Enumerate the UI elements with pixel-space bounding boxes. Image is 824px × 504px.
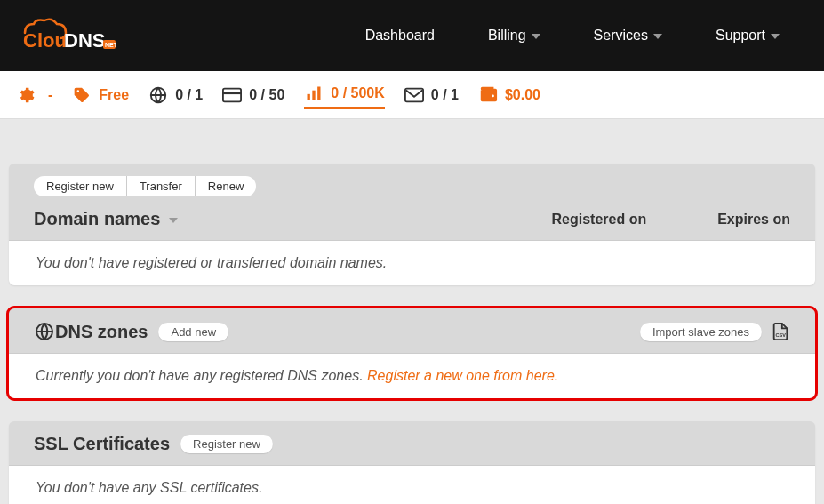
tab-register-new[interactable]: Register new: [34, 176, 127, 196]
chevron-down-icon: [653, 34, 662, 39]
svg-text:Clou: Clou: [23, 29, 67, 52]
nav-billing[interactable]: Billing: [488, 28, 540, 44]
nav-support[interactable]: Support: [716, 28, 780, 44]
domains-panel: Register new Transfer Renew Domain names…: [9, 164, 815, 285]
domains-title-text: Domain names: [34, 209, 160, 229]
wallet-icon: [478, 85, 498, 105]
nav-label: Dashboard: [365, 28, 435, 44]
chevron-down-icon: [532, 34, 540, 39]
nav-label: Billing: [488, 28, 526, 44]
records-value: 0 / 50: [249, 87, 284, 103]
svg-rect-10: [405, 88, 423, 101]
nav-label: Support: [716, 28, 765, 44]
chevron-down-icon: [771, 34, 780, 39]
nav-dashboard[interactable]: Dashboard: [365, 28, 435, 44]
gear-icon: [16, 85, 36, 105]
svg-rect-6: [223, 92, 241, 94]
dns-zones-title: DNS zones: [55, 322, 148, 342]
nav-label: Services: [594, 28, 648, 44]
mail-icon: [404, 85, 424, 105]
balance-value: $0.00: [505, 87, 540, 103]
tag-icon: [72, 85, 92, 105]
mail-stat[interactable]: 0 / 1: [404, 85, 459, 105]
svg-rect-5: [223, 88, 241, 101]
col-registered: Registered on: [552, 212, 647, 228]
settings-button[interactable]: -: [16, 85, 52, 105]
svg-rect-9: [317, 87, 320, 100]
import-slave-zones-button[interactable]: Import slave zones: [640, 323, 762, 341]
dns-zones-panel: DNS zones Add new Import slave zones CSV…: [9, 308, 815, 398]
ssl-panel: SSL Certificates Register new You don't …: [9, 421, 815, 504]
svg-rect-7: [308, 94, 310, 100]
domains-tabs: Register new Transfer Renew: [34, 176, 790, 196]
records-stat[interactable]: 0 / 50: [222, 85, 284, 105]
nav-services[interactable]: Services: [594, 28, 662, 44]
globe-icon: [148, 85, 168, 105]
chevron-down-icon: [169, 218, 178, 223]
globe-icon: [34, 321, 55, 342]
settings-dash: -: [48, 87, 52, 103]
zones-stat[interactable]: 0 / 1: [148, 85, 203, 105]
plan-stat[interactable]: Free: [72, 85, 129, 105]
ssl-title: SSL Certificates: [34, 434, 170, 454]
dns-zones-empty-message: Currently you don't have any registered …: [9, 353, 815, 398]
ssl-empty-message: You don't have any SSL certificates.: [9, 465, 815, 504]
csv-icon[interactable]: CSV: [771, 322, 790, 341]
ssl-register-new-button[interactable]: Register new: [180, 435, 273, 453]
svg-point-11: [492, 94, 494, 97]
svg-text:CSV: CSV: [776, 332, 787, 338]
card-icon: [222, 85, 242, 105]
queries-stat[interactable]: 0 / 500K: [304, 84, 384, 109]
plan-value: Free: [99, 87, 129, 103]
svg-rect-8: [313, 91, 316, 100]
mail-value: 0 / 1: [431, 87, 459, 103]
tab-transfer[interactable]: Transfer: [127, 176, 196, 196]
col-expires: Expires on: [717, 212, 790, 228]
chart-icon: [304, 84, 324, 103]
empty-prefix: Currently you don't have any registered …: [36, 368, 367, 383]
queries-value: 0 / 500K: [331, 85, 384, 101]
register-zone-link[interactable]: Register a new one from here.: [367, 368, 558, 383]
tab-renew[interactable]: Renew: [196, 176, 256, 196]
domains-title[interactable]: Domain names: [34, 209, 178, 229]
svg-text:DNS: DNS: [64, 29, 105, 52]
domains-empty-message: You don't have registered or transferred…: [9, 240, 815, 285]
svg-text:NET: NET: [105, 42, 116, 48]
balance-stat[interactable]: $0.00: [478, 85, 540, 105]
logo[interactable]: Clou DNS NET: [18, 15, 116, 56]
zones-value: 0 / 1: [175, 87, 203, 103]
add-new-zone-button[interactable]: Add new: [158, 323, 228, 341]
